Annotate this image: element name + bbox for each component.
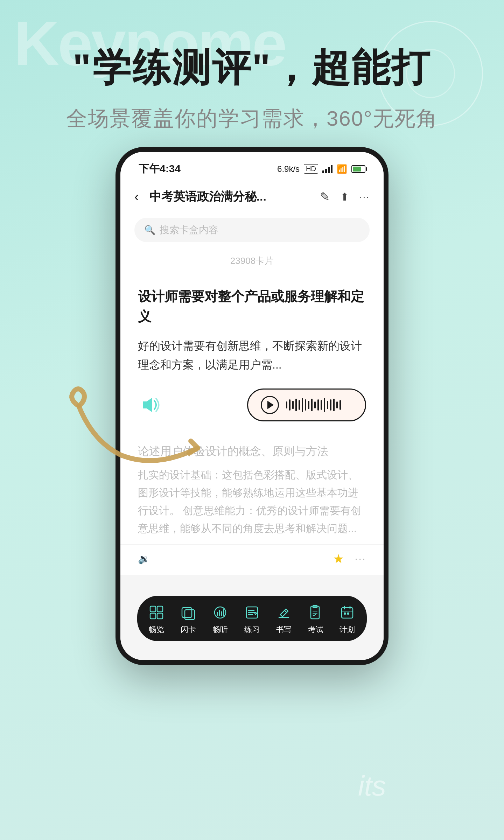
waveform-bar	[324, 398, 325, 412]
waveform-bar	[286, 401, 287, 408]
waveform-bar	[305, 399, 306, 411]
card-question-title: 设计师需要对整个产品或服务理解和定义	[138, 287, 366, 327]
search-placeholder: 搜索卡盒内容	[160, 223, 218, 237]
its-detected-text: its	[358, 770, 386, 802]
more-icon-footer[interactable]: ···	[355, 552, 366, 565]
waveform-bar	[340, 400, 341, 410]
exam-label: 考试	[308, 624, 323, 635]
tab-flashcard[interactable]: 闪卡	[179, 603, 197, 635]
speaker-icon[interactable]	[138, 394, 162, 415]
card-count: 23908卡片	[120, 249, 384, 273]
speed-indicator: 6.9k/s	[277, 164, 300, 174]
browse-icon	[147, 603, 166, 622]
tab-browse[interactable]: 畅览	[147, 603, 166, 635]
nav-actions: ✎ ⬆ ···	[320, 190, 370, 204]
card-audio-row	[138, 385, 366, 428]
card-footer: 🔉 ★ ···	[120, 544, 384, 575]
waveform-bar	[308, 401, 309, 409]
tab-exam[interactable]: 考试	[307, 603, 325, 635]
svg-rect-2	[150, 613, 156, 619]
svg-rect-25	[344, 612, 346, 615]
waveform-bar	[333, 399, 335, 411]
battery-icon	[351, 165, 365, 173]
svg-rect-4	[182, 608, 192, 617]
waveform-bar	[292, 401, 294, 409]
practice-label: 练习	[244, 624, 260, 635]
back-button[interactable]: ‹	[134, 189, 139, 204]
play-button[interactable]	[261, 396, 279, 414]
waveform-bar	[289, 399, 290, 411]
svg-rect-26	[347, 612, 349, 615]
hero-title: "学练测评"，超能打	[0, 42, 504, 94]
card-footer-right: ★ ···	[333, 552, 366, 566]
svg-rect-3	[157, 613, 163, 619]
tab-practice[interactable]: 练习	[243, 603, 261, 635]
card-audio-indicator[interactable]: 🔉	[138, 553, 150, 565]
tab-bar-container: 畅览 闪卡	[120, 592, 384, 660]
practice-icon	[243, 603, 261, 622]
waveform-bar	[330, 399, 331, 411]
waveform-bar	[317, 399, 319, 411]
waveform-bar	[295, 399, 297, 411]
play-triangle-icon	[267, 401, 274, 409]
card-content: 设计师需要对整个产品或服务理解和定义 好的设计需要有创新思维，不断探索新的设计理…	[120, 273, 384, 439]
svg-rect-5	[185, 610, 195, 620]
hero-subtitle: 全场景覆盖你的学习需求，360°无死角	[0, 105, 504, 133]
phone-mockup: 下午4:34 6.9k/s HD 📶 ‹ 中考英语政治满分秘... ✎	[115, 147, 388, 665]
browse-label: 畅览	[149, 624, 164, 635]
write-label: 书写	[276, 624, 292, 635]
card-back-title: 论述用户体验设计的概念、原则与方法	[138, 442, 366, 460]
search-input-wrap[interactable]: 🔍 搜索卡盒内容	[134, 218, 370, 242]
flashcard-label: 闪卡	[181, 624, 196, 635]
card-back-section: 论述用户体验设计的概念、原则与方法 扎实的设计基础：这包括色彩搭配、版式设计、图…	[120, 439, 384, 544]
waveform-bar	[311, 399, 313, 411]
hero-section: "学练测评"，超能打 全场景覆盖你的学习需求，360°无死角	[0, 0, 504, 133]
wifi-icon: 📶	[337, 164, 347, 174]
write-icon	[275, 603, 293, 622]
more-options-icon[interactable]: ···	[359, 191, 370, 202]
listen-icon	[211, 603, 229, 622]
waveform-bar	[336, 401, 338, 408]
waveform-bar	[302, 398, 303, 412]
plan-label: 计划	[340, 624, 355, 635]
svg-rect-1	[157, 606, 163, 612]
flashcard-icon	[179, 603, 197, 622]
edit-icon[interactable]: ✎	[320, 190, 330, 204]
card-back-body: 扎实的设计基础：这包括色彩搭配、版式设计、图形设计等技能，能够熟练地运用这些基本…	[138, 466, 366, 537]
tab-plan[interactable]: 计划	[338, 603, 356, 635]
tab-bar: 畅览 闪卡	[137, 596, 367, 641]
svg-rect-0	[150, 606, 156, 612]
status-right: 6.9k/s HD 📶	[277, 164, 365, 174]
share-icon[interactable]: ⬆	[340, 191, 349, 203]
waveform-bar	[299, 400, 300, 410]
waveform	[286, 398, 341, 412]
exam-icon	[307, 603, 325, 622]
waveform-bar	[327, 401, 328, 409]
nav-bar: ‹ 中考英语政治满分秘... ✎ ⬆ ···	[120, 182, 384, 212]
waveform-bar	[321, 400, 322, 410]
svg-rect-17	[311, 606, 319, 619]
next-card-peek	[120, 575, 384, 592]
svg-line-16	[285, 610, 287, 612]
nav-title: 中考英语政治满分秘...	[149, 189, 313, 205]
search-bar: 🔍 搜索卡盒内容	[120, 212, 384, 249]
phone-frame: 下午4:34 6.9k/s HD 📶 ‹ 中考英语政治满分秘... ✎	[115, 147, 388, 665]
signal-bars-icon	[322, 165, 332, 173]
star-icon[interactable]: ★	[333, 552, 344, 566]
listen-label: 畅听	[212, 624, 228, 635]
card-body-text: 好的设计需要有创新思维，不断探索新的设计理念和方案，以满足用户需...	[138, 336, 366, 374]
waveform-bar	[314, 401, 316, 408]
plan-icon	[338, 603, 356, 622]
status-bar: 下午4:34 6.9k/s HD 📶	[120, 152, 384, 182]
hd-badge: HD	[304, 164, 318, 174]
status-time: 下午4:34	[139, 162, 181, 176]
tab-listen[interactable]: 畅听	[211, 603, 229, 635]
audio-player-pill[interactable]	[247, 388, 366, 421]
tab-write[interactable]: 书写	[275, 603, 293, 635]
search-icon: 🔍	[144, 225, 155, 236]
battery-fill	[353, 167, 361, 172]
